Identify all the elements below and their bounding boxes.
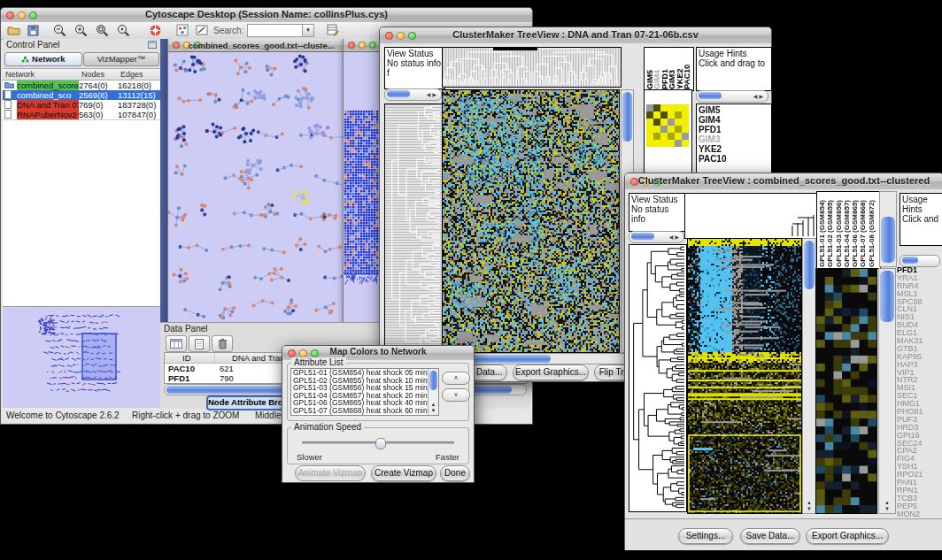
- search-input[interactable]: ▼: [247, 24, 304, 37]
- scrollbar-thumb[interactable]: [902, 257, 918, 264]
- col-nodes[interactable]: Nodes: [81, 70, 104, 79]
- search-dropdown-icon[interactable]: ▼: [302, 24, 314, 37]
- gene-item[interactable]: PFD1: [699, 125, 769, 134]
- gene-item[interactable]: GIM3: [699, 134, 769, 144]
- row-dendrogram[interactable]: [629, 244, 687, 512]
- correlation-matrix[interactable]: [646, 104, 689, 147]
- export-graphics-button[interactable]: Export Graphics...: [513, 364, 589, 380]
- col-edges[interactable]: Edges: [120, 70, 143, 79]
- animate-vizmap-button[interactable]: Animate Vizmap: [295, 465, 366, 481]
- column-label[interactable]: PAC10: [683, 65, 690, 89]
- hints-scrollbar[interactable]: [900, 255, 940, 267]
- save-data-button[interactable]: Save Data...: [740, 528, 800, 544]
- new-attribute-icon[interactable]: [189, 335, 210, 352]
- create-vizmap-button[interactable]: Create Vizmap: [371, 465, 436, 481]
- column-label[interactable]: GPL51-07 (GSM868): [859, 200, 867, 267]
- annotation-icon[interactable]: [194, 23, 209, 37]
- col-id[interactable]: ID: [182, 353, 191, 363]
- status-scrollbar[interactable]: ◀▶: [629, 231, 684, 243]
- speed-slider-thumb[interactable]: [375, 438, 386, 449]
- column-dendrogram-area[interactable]: [684, 193, 818, 239]
- zoom-out-icon[interactable]: [52, 23, 67, 37]
- gene-item[interactable]: GIM4: [699, 115, 769, 125]
- status-scrollbar[interactable]: ◀▶: [384, 88, 442, 101]
- column-label[interactable]: GPL51-08 (GSM872): [868, 200, 876, 267]
- move-down-button[interactable]: ∨: [442, 388, 470, 402]
- scrollbar-thumb[interactable]: [880, 271, 894, 322]
- minimize-button[interactable]: [359, 42, 366, 49]
- heatmap-main[interactable]: [687, 238, 802, 514]
- settings-button[interactable]: Settings...: [678, 528, 733, 544]
- column-dendrogram[interactable]: [442, 47, 622, 88]
- scrollbar-thumb[interactable]: [631, 233, 654, 240]
- column-label[interactable]: GPL51-01 (GSM854): [818, 200, 826, 267]
- zoom-selected-icon[interactable]: [95, 23, 110, 37]
- labels-vscrollbar[interactable]: [879, 191, 897, 267]
- treeview-combined-titlebar[interactable]: ClusterMaker TreeView : combined_scores_…: [625, 173, 942, 190]
- main-titlebar[interactable]: Cytoscape Desktop (Session Name: collins…: [1, 8, 532, 23]
- gene-item[interactable]: PAC10: [699, 154, 769, 164]
- vizmap-shortcut-icon[interactable]: [174, 23, 189, 37]
- gene-item[interactable]: YKE2: [699, 144, 769, 154]
- scrollbar-thumb[interactable]: [429, 371, 437, 390]
- tab-network[interactable]: Network: [4, 52, 82, 66]
- help-lifering-icon[interactable]: [148, 23, 163, 37]
- column-label[interactable]: GPL51-02 (GSM855): [826, 200, 834, 267]
- done-button[interactable]: Done: [440, 465, 470, 481]
- attribute-list-item[interactable]: GPL51-07 (GSM868) heat shock 60 min: [291, 407, 438, 415]
- column-label[interactable]: YKE2: [676, 68, 683, 89]
- col-network[interactable]: Network: [5, 70, 35, 79]
- attribute-browser-icon[interactable]: [325, 23, 340, 37]
- heatmap-vscrollbar[interactable]: ▲▼: [802, 238, 816, 514]
- network-canvas[interactable]: [168, 52, 351, 322]
- network-view-titlebar[interactable]: combined_scores_good.txt--cluste...: [168, 39, 354, 52]
- zoom-in-icon[interactable]: [73, 23, 89, 37]
- list-vscrollbar[interactable]: ▲▼: [428, 369, 438, 415]
- scrollbar-arrows[interactable]: ▲▼: [803, 500, 815, 512]
- network-table-row[interactable]: combined_scores2764(0)16218(0): [3, 81, 160, 90]
- column-label[interactable]: PFD1: [660, 69, 668, 89]
- open-icon[interactable]: [6, 23, 21, 37]
- close-button[interactable]: [348, 42, 355, 49]
- export-graphics-button[interactable]: Export Graphics...: [806, 528, 889, 544]
- column-label[interactable]: GIM3: [668, 70, 675, 89]
- scrollbar-arrows[interactable]: ◀▶: [753, 93, 765, 99]
- scrollbar-arrows[interactable]: ◀▶: [427, 91, 438, 97]
- scrollbar-arrows[interactable]: ▲▼: [429, 402, 438, 414]
- heatmap-zoom-panel[interactable]: [815, 268, 877, 514]
- zoom-button[interactable]: [369, 42, 376, 49]
- save-icon[interactable]: [26, 23, 41, 37]
- heatmap-main[interactable]: [442, 89, 620, 353]
- scrollbar-thumb[interactable]: [622, 92, 632, 142]
- column-label[interactable]: GIM4: [652, 70, 660, 89]
- network-overview-thumbnail[interactable]: [3, 307, 158, 406]
- scrollbar-arrows[interactable]: ▲▼: [879, 500, 895, 512]
- scrollbar-thumb[interactable]: [881, 217, 895, 263]
- select-attributes-icon[interactable]: [166, 335, 187, 352]
- zoom-vscrollbar[interactable]: ▲▼: [878, 268, 896, 514]
- column-label[interactable]: GPL51-03 (GSM856): [835, 200, 843, 267]
- hints-scrollbar[interactable]: ◀▶: [696, 90, 768, 103]
- float-panel-icon[interactable]: [148, 41, 157, 50]
- scrollbar-thumb[interactable]: [699, 92, 722, 99]
- scrollbar-thumb[interactable]: [387, 90, 410, 97]
- network-tree-area[interactable]: [3, 119, 160, 306]
- column-label[interactable]: GPL51-04 (GSM857): [843, 200, 851, 267]
- zoom-fit-icon[interactable]: [116, 23, 131, 37]
- speed-slider-track[interactable]: [302, 441, 454, 444]
- tab-vizmapper[interactable]: VizMapper™: [83, 52, 159, 66]
- view-status-line2: No status info f: [387, 58, 443, 78]
- network-table-row[interactable]: combined_sco2569(6)13112(15): [3, 90, 160, 100]
- gene-item[interactable]: MON2: [897, 510, 941, 518]
- move-up-button[interactable]: ∧: [442, 372, 470, 385]
- dense-network-canvas[interactable]: [344, 52, 381, 322]
- treeview-dna-titlebar[interactable]: ClusterMaker TreeView : DNA and Tran 07-…: [380, 27, 771, 44]
- scrollbar-arrows[interactable]: ◀▶: [669, 234, 681, 240]
- network-table-row[interactable]: DNA and Tran 07769(0)183728(0): [3, 100, 160, 110]
- delete-trash-icon[interactable]: [212, 335, 233, 352]
- network-table-row[interactable]: RNAPuberNov2+563(0)107847(0): [3, 110, 160, 119]
- scrollbar-thumb[interactable]: [804, 241, 815, 289]
- gene-item[interactable]: GIM5: [699, 105, 769, 115]
- row-dendrogram[interactable]: [384, 104, 443, 353]
- network-view2-titlebar[interactable]: [344, 39, 382, 52]
